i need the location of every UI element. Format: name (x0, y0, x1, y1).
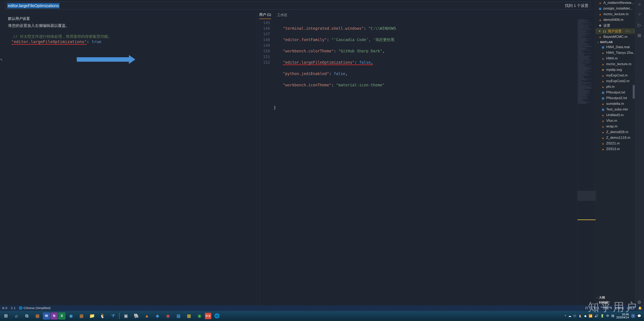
file-item[interactable]: ▲Untitled3.m (596, 112, 635, 118)
tray-notification-badge[interactable]: 7 (631, 314, 635, 318)
search-icon[interactable]: ⌕ (636, 1, 642, 7)
file-label: Vfun.m (606, 119, 617, 123)
file-label: Z_demo828.m (606, 130, 628, 134)
settings-json-editor[interactable]: 145146147148149150151152 "terminal.integ… (256, 19, 596, 305)
scrollbar-thumb[interactable] (633, 85, 635, 99)
file-item[interactable]: ▤HW4_Data.mat (596, 44, 635, 50)
file-item[interactable]: ▲Z0313.m (596, 146, 635, 152)
settings-search-bar[interactable]: editor.largeFileOptimizations 找到 1 个设置 (5, 2, 591, 10)
file-item[interactable]: ▤PNoutput2.txt (596, 95, 635, 101)
file-item[interactable]: ▲myExpCost2.m (596, 78, 635, 84)
taskbar-app[interactable]: ◉ (163, 312, 173, 320)
action-center-icon[interactable]: 💬 (637, 314, 641, 318)
section-timeline[interactable]: ›时间线 (596, 300, 635, 305)
taskbar-app[interactable]: ▦ (173, 312, 184, 320)
taskbar-app-qq[interactable]: 🐧 (97, 312, 108, 320)
file-item[interactable]: ▲sumdelta.m (596, 101, 635, 107)
taskbar-app-edge[interactable]: ◉ (66, 312, 76, 320)
debug-icon[interactable]: ▷ (636, 22, 642, 28)
status-warnings[interactable]: ⚠ 1 (10, 306, 16, 310)
file-item[interactable]: ▲BayesMCMC.m (596, 34, 635, 40)
taskbar-app-onenote[interactable]: N (50, 312, 58, 319)
tray-qq-icon[interactable]: 🐧 (578, 314, 582, 318)
json-icon: { } (603, 30, 606, 33)
taskbar-app[interactable]: ◆ (152, 312, 162, 320)
file-item[interactable]: ▲myExpCost.m (596, 73, 635, 78)
ime-indicator[interactable]: 中 (606, 314, 609, 318)
taskbar-app-excel[interactable]: X (58, 312, 66, 319)
file-label: Untitled3.m (606, 113, 624, 117)
line-number-gutter: 145146147148149150151152 (260, 19, 274, 305)
file-item[interactable]: ▤PNoutput.txt (596, 90, 635, 95)
tray-icon[interactable]: ◆ (584, 314, 587, 318)
chevron-down-icon: ⌄ (597, 41, 599, 44)
file-item[interactable]: ▲HW4.m (596, 56, 635, 61)
close-icon[interactable]: × (598, 29, 600, 33)
minimap[interactable]: document.write(Array.from({length:140},(… (577, 19, 596, 305)
status-indentation[interactable]: 空格: 4 (602, 306, 612, 310)
open-editor-active[interactable]: × { } 用户设置 C:\... 1 (596, 28, 635, 34)
file-icon: ▲ (602, 130, 604, 134)
edit-pencil-icon[interactable]: ✎ (0, 58, 3, 62)
extensions-icon[interactable]: ⊞ (636, 33, 642, 38)
activity-bar: ⌕ ⑂ ▷ ⊞ ⚙ (635, 0, 644, 305)
search-icon[interactable]: ⌕ (11, 312, 22, 320)
taskbar-app-youdao[interactable]: 有道 (205, 313, 211, 319)
file-item[interactable]: ▲phi.m (596, 84, 635, 90)
ime-indicator2[interactable]: 簡 (611, 314, 614, 318)
taskbar-app-chrome[interactable]: 🌐 (212, 312, 222, 320)
settings-tabs: 用户 (1) 工作区 (256, 11, 596, 19)
taskbar-app-postgres[interactable]: 🐘 (131, 312, 142, 320)
tray-icon[interactable]: ☁ (568, 314, 571, 318)
tab-user[interactable]: 用户 (1) (259, 11, 271, 19)
section-matlab[interactable]: ⌄ MATLAB (596, 40, 635, 44)
file-item[interactable]: ▲A_midtermReview... (596, 0, 635, 6)
file-item[interactable]: ▲demo0406.m (596, 17, 635, 23)
taskbar-app-terminal[interactable]: ▣ (121, 312, 131, 320)
status-language-mode[interactable]: 🌐 Chinese (Simplified) (19, 306, 50, 310)
tray-chevron-icon[interactable]: ^ (565, 314, 566, 318)
taskbar-app[interactable]: ▦ (184, 312, 194, 320)
tray-battery-icon[interactable]: 🔋 (600, 314, 604, 318)
file-item[interactable]: ★mpdip.svg (596, 67, 635, 73)
taskbar-app-office[interactable]: ▦ (32, 312, 42, 320)
status-encoding[interactable]: UTF-8 (615, 306, 624, 310)
taskbar-app-vscode[interactable]: ⧩ (108, 312, 118, 320)
file-item[interactable]: ▲mcmc_lecture.m (596, 61, 635, 67)
tray-wifi-icon[interactable]: 📶 (589, 314, 592, 318)
file-icon: ★ (602, 68, 604, 71)
status-notifications-icon[interactable]: 🔔 (638, 306, 642, 310)
file-item[interactable]: ▤postgis_installdet... (596, 6, 635, 11)
file-item[interactable]: ▲Vfun.m (596, 118, 635, 124)
status-cursor-position[interactable]: 行 1，列 1 (585, 306, 599, 310)
file-label: mpdip.svg (606, 68, 622, 72)
status-eol[interactable]: CRLF (627, 306, 635, 310)
tab-workspace[interactable]: 工作区 (277, 11, 288, 19)
task-view-icon[interactable]: ⧉ (22, 312, 32, 320)
file-item[interactable]: ⚙设置 (596, 23, 635, 28)
taskbar-app-word[interactable]: W (43, 312, 50, 319)
file-item[interactable]: ▲Z_demo828.m (596, 129, 635, 135)
settings-gear-icon[interactable]: ⚙ (636, 299, 642, 305)
start-button[interactable]: ⊞ (1, 312, 11, 320)
source-control-icon[interactable]: ⑂ (636, 12, 642, 17)
taskbar-app[interactable]: ▦ (76, 312, 86, 320)
tray-volume-icon[interactable]: 🔊 (594, 314, 598, 318)
default-settings-subtitle: 将您的设置放入右侧编辑器以覆盖。 (8, 23, 252, 28)
file-item[interactable]: ▲Z_demo1119.m (596, 135, 635, 140)
code-content[interactable]: "terminal.integrated.shell.windows": "C:… (274, 19, 577, 305)
taskbar-app-wechat[interactable]: ◉ (194, 312, 204, 320)
tray-icon[interactable]: 🛡 (573, 314, 576, 318)
section-outline[interactable]: ›大纲 (596, 295, 635, 300)
taskbar-app-matlab[interactable]: ▲ (142, 312, 152, 320)
file-item[interactable]: ▲HW4_Tianyu Zha... (596, 50, 635, 56)
status-errors[interactable]: ⊘ 0 (2, 306, 7, 310)
file-icon: ▲ (598, 13, 602, 16)
taskbar-clock[interactable]: 16:46 2020/4/14 (616, 313, 629, 319)
file-item[interactable]: ▲mcmc_lecture.m (596, 11, 635, 17)
taskbar-app-explorer[interactable]: 📁 (87, 312, 97, 320)
fold-gutter[interactable] (256, 19, 260, 305)
file-item[interactable]: ▤Test_subs.mlx (596, 107, 635, 112)
file-item[interactable]: ▲wrap.m (596, 124, 635, 129)
file-item[interactable]: ▲Z0221.m (596, 140, 635, 146)
